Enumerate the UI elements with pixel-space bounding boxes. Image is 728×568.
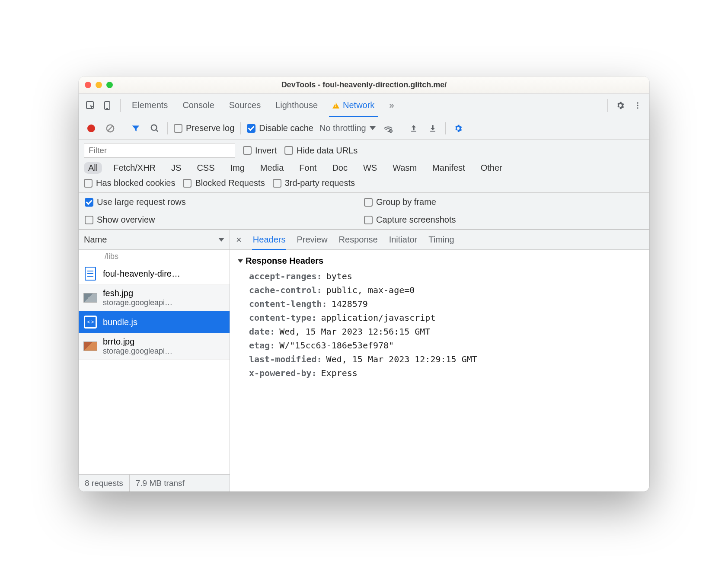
request-row[interactable]: foul-heavenly-dire… xyxy=(79,263,230,285)
header-row: cache-controlpublic, max-age=0 xyxy=(249,285,642,295)
checkbox-checked-icon xyxy=(247,124,255,133)
request-row[interactable]: fesh.jpgstorage.googleapi… xyxy=(79,285,230,311)
capture-screenshots-checkbox[interactable]: Capture screenshots xyxy=(364,215,643,225)
invert-checkbox[interactable]: Invert xyxy=(243,146,277,156)
main-split: Name /libs foul-heavenly-dire… fesh.jpgs… xyxy=(79,230,649,491)
blocked-requests-checkbox[interactable]: Blocked Requests xyxy=(183,178,265,188)
filter-toggle-icon[interactable] xyxy=(129,122,142,135)
tab-elements[interactable]: Elements xyxy=(126,94,174,117)
window-title: DevTools - foul-heavenly-direction.glitc… xyxy=(79,80,649,89)
transferred-size: 7.9 MB transf xyxy=(130,475,191,491)
tab-timing[interactable]: Timing xyxy=(428,235,454,245)
device-toolbar-icon[interactable] xyxy=(100,98,115,113)
disclosure-triangle-icon xyxy=(238,259,243,263)
name-column-header[interactable]: Name xyxy=(79,230,230,250)
header-row: content-length1428579 xyxy=(249,299,642,309)
more-tabs-button[interactable]: » xyxy=(383,94,400,117)
image-thumbnail-icon xyxy=(83,341,97,351)
type-filter-fetchxhr[interactable]: Fetch/XHR xyxy=(109,162,160,174)
status-bar: 8 requests 7.9 MB transf xyxy=(79,474,230,491)
type-filter-media[interactable]: Media xyxy=(256,162,288,174)
image-thumbnail-icon xyxy=(83,293,97,303)
has-blocked-cookies-checkbox[interactable]: Has blocked cookies xyxy=(84,178,175,188)
hide-data-urls-checkbox[interactable]: Hide data URLs xyxy=(284,146,358,156)
checkbox-icon xyxy=(174,124,182,133)
record-button[interactable] xyxy=(85,122,98,135)
svg-point-5 xyxy=(637,107,638,108)
network-conditions-icon[interactable] xyxy=(382,122,395,135)
details-tabs: × Headers Preview Response Initiator Tim… xyxy=(230,230,649,250)
tab-network[interactable]: Network xyxy=(326,94,380,117)
search-icon[interactable] xyxy=(148,122,161,135)
record-icon xyxy=(87,124,95,132)
settings-icon[interactable] xyxy=(613,98,628,113)
disable-cache-checkbox[interactable]: Disable cache xyxy=(247,123,313,133)
filter-bar: Invert Hide data URLs All Fetch/XHR JS C… xyxy=(79,140,649,193)
response-headers-section[interactable]: Response Headers xyxy=(238,256,642,266)
request-list: /libs foul-heavenly-dire… fesh.jpgstorag… xyxy=(79,250,230,474)
type-filter-other[interactable]: Other xyxy=(476,162,507,174)
kebab-menu-icon[interactable] xyxy=(630,98,645,113)
tab-initiator[interactable]: Initiator xyxy=(389,235,418,245)
chevron-down-icon xyxy=(370,126,376,130)
titlebar: DevTools - foul-heavenly-direction.glitc… xyxy=(79,77,649,94)
close-details-button[interactable]: × xyxy=(236,234,242,246)
tab-response[interactable]: Response xyxy=(339,235,378,245)
divider xyxy=(607,99,608,112)
group-by-frame-checkbox[interactable]: Group by frame xyxy=(364,197,643,207)
type-filter-wasm[interactable]: Wasm xyxy=(388,162,421,174)
inspect-element-icon[interactable] xyxy=(83,98,98,113)
type-filter-ws[interactable]: WS xyxy=(359,162,381,174)
tab-lighthouse[interactable]: Lighthouse xyxy=(269,94,324,117)
request-details-panel: × Headers Preview Response Initiator Tim… xyxy=(230,230,649,491)
network-toolbar: Preserve log Disable cache No throttling xyxy=(79,117,649,140)
upload-har-icon[interactable] xyxy=(407,122,420,135)
header-row: etagW/"15cc63-186e53ef978" xyxy=(249,340,642,351)
type-filter-img[interactable]: Img xyxy=(226,162,249,174)
request-row-selected[interactable]: bundle.js xyxy=(79,311,230,333)
chevron-down-icon xyxy=(218,238,224,242)
panel-tabs: Elements Console Sources Lighthouse Netw… xyxy=(79,94,649,117)
request-row[interactable]: brrto.jpgstorage.googleapi… xyxy=(79,333,230,360)
tab-sources[interactable]: Sources xyxy=(223,94,267,117)
type-filter-font[interactable]: Font xyxy=(295,162,321,174)
preserve-log-checkbox[interactable]: Preserve log xyxy=(174,123,234,133)
divider xyxy=(120,99,121,112)
throttling-select[interactable]: No throttling xyxy=(319,123,376,133)
svg-line-9 xyxy=(156,129,158,131)
type-filter-js[interactable]: JS xyxy=(167,162,185,174)
svg-point-8 xyxy=(151,124,157,130)
svg-point-10 xyxy=(387,131,389,132)
document-icon xyxy=(85,267,96,281)
tab-console[interactable]: Console xyxy=(176,94,220,117)
header-row: dateWed, 15 Mar 2023 12:56:15 GMT xyxy=(249,326,642,337)
script-icon xyxy=(84,316,97,329)
show-overview-checkbox[interactable]: Show overview xyxy=(85,215,364,225)
download-har-icon[interactable] xyxy=(426,122,439,135)
svg-rect-12 xyxy=(411,131,416,131)
filter-input[interactable] xyxy=(84,143,235,158)
requests-count: 8 requests xyxy=(79,475,130,491)
tab-preview[interactable]: Preview xyxy=(297,235,327,245)
type-filter-doc[interactable]: Doc xyxy=(328,162,352,174)
third-party-checkbox[interactable]: 3rd-party requests xyxy=(273,178,355,188)
svg-point-4 xyxy=(637,105,638,106)
header-row: x-powered-byExpress xyxy=(249,368,642,378)
svg-point-3 xyxy=(637,102,638,103)
network-options: Use large request rows Group by frame Sh… xyxy=(79,193,649,230)
list-item[interactable]: /libs xyxy=(79,250,230,263)
devtools-window: DevTools - foul-heavenly-direction.glitc… xyxy=(79,77,649,491)
header-row: last-modifiedWed, 15 Mar 2023 12:29:15 G… xyxy=(249,354,642,364)
header-row: accept-rangesbytes xyxy=(249,271,642,281)
type-filter-all[interactable]: All xyxy=(84,162,102,174)
type-filter-manifest[interactable]: Manifest xyxy=(428,162,469,174)
svg-line-7 xyxy=(108,126,113,131)
network-settings-icon[interactable] xyxy=(452,122,465,135)
clear-button[interactable] xyxy=(104,122,117,135)
svg-rect-13 xyxy=(430,131,435,131)
large-rows-checkbox[interactable]: Use large request rows xyxy=(85,197,364,207)
request-list-panel: Name /libs foul-heavenly-dire… fesh.jpgs… xyxy=(79,230,230,491)
headers-pane: Response Headers accept-rangesbytes cach… xyxy=(230,250,649,491)
tab-headers[interactable]: Headers xyxy=(253,235,286,245)
type-filter-css[interactable]: CSS xyxy=(192,162,219,174)
